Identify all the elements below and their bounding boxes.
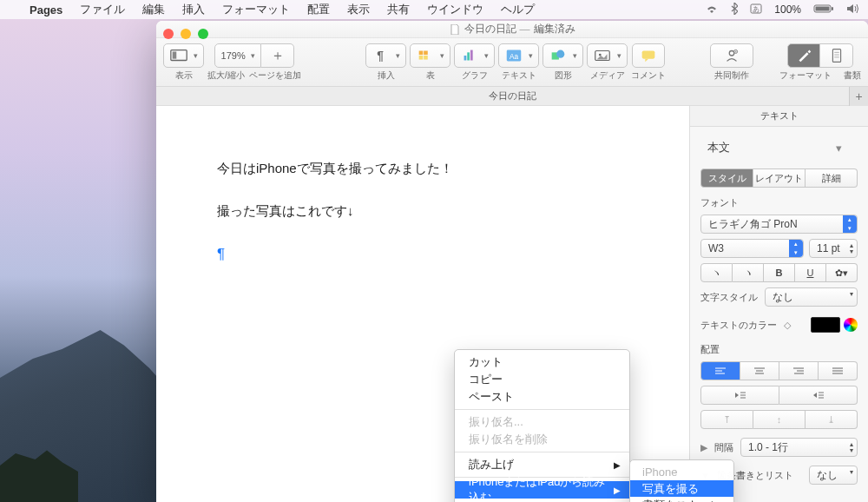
svg-text:+: +	[734, 50, 737, 54]
align-left[interactable]	[700, 361, 740, 380]
format-inspector-button[interactable]	[787, 43, 820, 68]
svg-rect-4	[832, 7, 833, 10]
battery-icon[interactable]	[813, 3, 834, 17]
valign-middle: ↕	[753, 410, 806, 429]
char-variant2-button[interactable]: ヽ	[733, 263, 764, 282]
svg-rect-14	[470, 50, 473, 61]
chart-button[interactable]: ▾	[454, 43, 495, 68]
app-menu[interactable]: Pages	[21, 3, 71, 17]
zoom-button[interactable]	[198, 29, 208, 39]
paragraph-style-popup[interactable]: 本文▾	[700, 135, 858, 160]
close-button[interactable]	[163, 29, 174, 39]
document-canvas[interactable]: 今日はiPhoneで写真を撮ってみました！ 撮った写真はこれです↓ ¶ カット …	[156, 106, 689, 502]
document-icon	[450, 24, 460, 35]
bold-button[interactable]: B	[764, 263, 795, 282]
underline-button[interactable]: U	[795, 263, 826, 282]
doc-paragraph-1[interactable]: 今日はiPhoneで写真を撮ってみました！	[217, 156, 663, 182]
collaborate-button[interactable]: +	[710, 43, 753, 68]
menu-file[interactable]: ファイル	[71, 2, 134, 17]
toolbar: ▾ 表示 179%▾ ＋ 拡大/縮小 ページを追加 ¶▾ 挿入 ▾ 表 ▾ グラ…	[156, 38, 868, 87]
pages-window: 今日の日記 — 編集済み ▾ 表示 179%▾ ＋ 拡大/縮小 ページを追加 ¶…	[156, 21, 868, 502]
subtab-style[interactable]: スタイル	[700, 168, 753, 188]
menu-view[interactable]: 表示	[339, 2, 378, 17]
view-button[interactable]: ▾	[163, 43, 204, 68]
menu-window[interactable]: ウインドウ	[418, 2, 492, 17]
add-section-button[interactable]: +	[849, 87, 868, 106]
pilcrow-marker: ¶	[217, 246, 225, 262]
svg-rect-3	[816, 6, 830, 10]
svg-point-18	[557, 50, 565, 58]
text-button[interactable]: Aa▾	[498, 43, 539, 68]
ctx-continuity[interactable]: iPhoneまたはiPadから読み込む▶	[455, 481, 629, 499]
context-submenu-continuity: iPhone 写真を撮る 書類をスキャン さすライダーのiPad 写真を撮る 書…	[629, 459, 734, 502]
text-advanced-button[interactable]: ✿▾	[826, 263, 858, 282]
inspector-subtabs: スタイル レイアウト 詳細	[700, 168, 858, 188]
format-inspector: テキスト 本文▾ スタイル レイアウト 詳細 フォント ヒラギノ角ゴ ProN …	[689, 106, 868, 502]
ctx-ruby-add: 振り仮名...	[455, 413, 629, 431]
svg-rect-21	[642, 51, 655, 59]
zoom-popup[interactable]: 179%▾	[214, 43, 261, 68]
color-picker-button[interactable]	[844, 318, 858, 332]
doc-paragraph-2[interactable]: 撮った写真はこれです↓	[217, 199, 663, 224]
menu-insert[interactable]: 挿入	[174, 2, 214, 17]
font-family-popup[interactable]: ヒラギノ角ゴ ProN ▴▾	[700, 215, 858, 234]
font-weight-popup[interactable]: W3 ▴▾	[700, 239, 804, 258]
ctx-ruby-del: 振り仮名を削除	[455, 431, 629, 448]
svg-point-22	[729, 51, 734, 56]
comment-button[interactable]	[632, 43, 665, 68]
indent-increase[interactable]	[779, 386, 858, 405]
minimize-button[interactable]	[181, 29, 191, 39]
menu-edit[interactable]: 編集	[134, 2, 174, 17]
ime-icon[interactable]: あ	[750, 3, 762, 17]
ctx2-scan-doc[interactable]: 書類をスキャン	[630, 497, 733, 502]
section-header: 今日の日記 +	[156, 87, 868, 106]
menu-help[interactable]: ヘルプ	[492, 2, 543, 17]
indent-decrease[interactable]	[700, 386, 779, 405]
window-title: 今日の日記	[464, 22, 516, 36]
char-style-popup[interactable]: なし▾	[765, 287, 858, 307]
ctx-speak[interactable]: 読み上げ▶	[455, 456, 629, 473]
align-justify[interactable]	[819, 361, 858, 380]
document-inspector-button[interactable]	[820, 43, 853, 68]
wifi-icon[interactable]	[705, 3, 719, 17]
table-button[interactable]: ▾	[410, 43, 450, 68]
battery-percent: 100%	[774, 3, 801, 16]
subtab-more[interactable]: 詳細	[806, 168, 858, 188]
font-size-field[interactable]: 11 pt ▴▾	[809, 239, 858, 258]
char-variant-button[interactable]: ヽ	[700, 263, 733, 282]
inspector-tab-text[interactable]: テキスト	[690, 106, 868, 127]
ctx2-take-photo[interactable]: 写真を撮る	[630, 480, 733, 497]
add-page-button[interactable]: ＋	[261, 43, 294, 68]
ctx-copy[interactable]: コピー	[455, 371, 629, 388]
valign-bottom: ⤓	[806, 410, 858, 429]
menu-arrange[interactable]: 配置	[299, 2, 339, 17]
menu-share[interactable]: 共有	[378, 2, 418, 17]
font-section-label: フォント	[700, 196, 858, 209]
context-menu: カット コピー ペースト 振り仮名... 振り仮名を削除 読み上げ▶ iPhon…	[454, 349, 630, 502]
window-state: 編集済み	[534, 22, 575, 36]
media-button[interactable]: ▾	[587, 43, 628, 68]
bluetooth-icon[interactable]	[731, 3, 738, 17]
text-color-swatch[interactable]	[811, 317, 840, 333]
svg-rect-12	[464, 56, 467, 61]
ctx-cut[interactable]: カット	[455, 353, 629, 371]
shape-button[interactable]: ▾	[542, 43, 583, 68]
window-titlebar[interactable]: 今日の日記 — 編集済み	[156, 21, 868, 38]
svg-rect-10	[419, 56, 424, 60]
svg-rect-25	[832, 50, 840, 63]
svg-text:あ: あ	[753, 5, 760, 13]
volume-icon[interactable]	[846, 3, 859, 17]
menu-format[interactable]: フォーマット	[214, 2, 299, 17]
svg-rect-13	[468, 52, 470, 60]
line-spacing-popup[interactable]: 1.0 - 1行▴▾	[740, 438, 858, 457]
svg-rect-6	[173, 51, 177, 58]
view-label: 表示	[175, 69, 193, 82]
align-right[interactable]	[779, 361, 819, 380]
ctx2-device-iphone: iPhone	[630, 464, 733, 480]
ctx-paste[interactable]: ペースト	[455, 388, 629, 406]
subtab-layout[interactable]: レイアウト	[753, 168, 806, 188]
svg-rect-11	[424, 56, 429, 60]
insert-button[interactable]: ¶▾	[365, 43, 406, 68]
bullets-popup[interactable]: なし▾	[809, 466, 858, 485]
align-center[interactable]	[740, 361, 779, 380]
